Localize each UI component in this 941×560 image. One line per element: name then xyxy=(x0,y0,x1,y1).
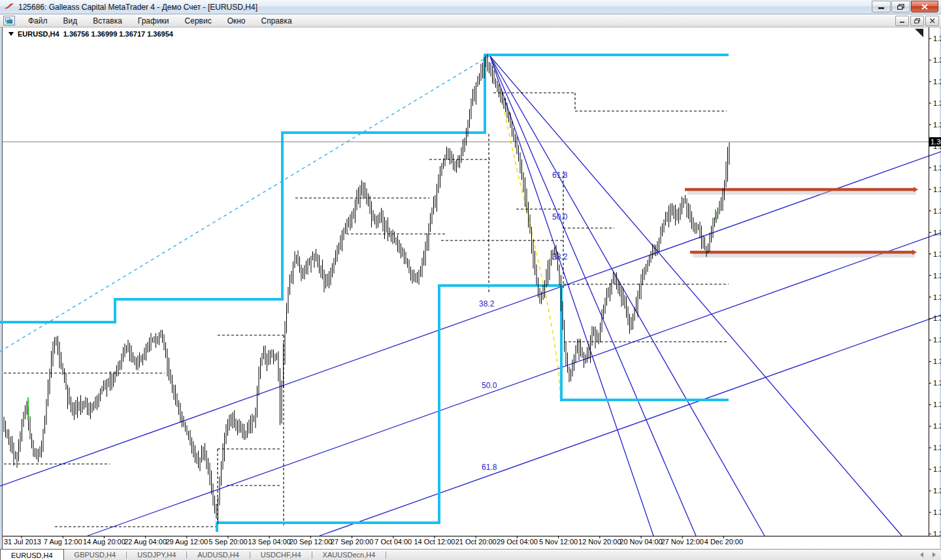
red-line-shadow xyxy=(687,191,916,195)
time-tick-label: 5 Sep 20:00 xyxy=(208,538,247,546)
blue-trendline-6[interactable] xyxy=(490,56,902,536)
price-tick-label: 1.33230 xyxy=(933,379,941,387)
blue-trendline-0[interactable] xyxy=(0,152,941,486)
fib-label: 61.8 xyxy=(482,463,497,472)
cyan-step-line-1[interactable] xyxy=(217,286,729,532)
price-tick-label: 1.30890 xyxy=(933,530,941,538)
chart-quote-header[interactable]: EURUSD,H4 1.36756 1.36999 1.36717 1.3695… xyxy=(8,30,173,38)
fib-fan-label: 61.8 xyxy=(552,171,568,180)
time-tick-label: 7 Oct 04:00 xyxy=(374,538,412,546)
price-tick-label: 1.33900 xyxy=(933,336,941,344)
price-tick-label: 1.37590 xyxy=(933,99,941,107)
price-tick-label: 1.36250 xyxy=(933,186,941,193)
price-tick-label: 1.32560 xyxy=(933,422,941,430)
time-tick-label: 29 Oct 04:00 xyxy=(497,538,538,546)
quote-symbol: EURUSD,H4 xyxy=(18,30,59,38)
cyan-dashed-trendline[interactable] xyxy=(0,56,489,352)
blue-trendline-5[interactable] xyxy=(490,56,765,536)
metatrader-window: 125686: Galleass Capital MetaTrader 4 - … xyxy=(0,0,941,560)
tab-scroll-left-icon[interactable] xyxy=(920,552,923,557)
price-tick-label: 1.37920 xyxy=(933,78,941,86)
time-tick-label: 27 Sep 20:00 xyxy=(331,538,373,546)
blue-trendline-3[interactable] xyxy=(490,56,653,536)
price-tick-label: 1.31890 xyxy=(933,465,941,473)
time-tick-label: 13 Sep 04:00 xyxy=(248,538,290,546)
time-tick-label: 7 Aug 12:00 xyxy=(44,538,82,546)
time-tick-label: 4 Dec 20:00 xyxy=(704,538,743,546)
price-tick-label: 1.34240 xyxy=(933,314,941,322)
chart-shift-marker[interactable] xyxy=(915,29,923,37)
time-tick-label: 12 Nov 20:00 xyxy=(578,538,621,546)
tab-xauusdecn-h4[interactable]: XAUUSDecn,H4 xyxy=(312,550,386,560)
time-tick-label: 20 Nov 04:00 xyxy=(619,538,662,546)
symbol-dropdown-icon[interactable] xyxy=(8,32,14,36)
current-price-value: 1.36954 xyxy=(931,138,941,146)
quote-open: 1.36756 xyxy=(63,30,90,38)
tab-separator xyxy=(386,552,386,559)
price-tick-label: 1.38260 xyxy=(933,56,941,64)
fib-label: 38.2 xyxy=(479,299,495,308)
price-tick-label: 1.35580 xyxy=(933,229,941,237)
quote-low: 1.36717 xyxy=(119,30,145,38)
price-tick-label: 1.31560 xyxy=(933,487,941,495)
yellow-dashed-trendline[interactable] xyxy=(495,63,561,402)
price-tick-label: 1.31220 xyxy=(933,508,941,516)
tab-scroll-right-icon[interactable] xyxy=(933,552,936,557)
price-tick-label: 1.33570 xyxy=(933,357,941,365)
tab-eurusd-h4[interactable]: EURUSD,H4 xyxy=(0,549,64,560)
blue-trendline-1[interactable] xyxy=(88,233,941,536)
time-tick-label: 14 Oct 12:00 xyxy=(414,538,455,546)
price-tick-label: 1.37250 xyxy=(933,121,941,129)
price-axis[interactable]: 1.385901.382601.379201.375901.372501.369… xyxy=(929,35,941,538)
chart-tab-bar: EURUSD,H4 GBPUSD,H4 USDJPY,H4 AUDUSD,H4 … xyxy=(0,549,941,560)
time-tick-label: 29 Aug 12:00 xyxy=(165,538,208,546)
tab-usdchf-h4[interactable]: USDCHF,H4 xyxy=(250,550,312,560)
price-tick-label: 1.32230 xyxy=(933,444,941,452)
price-bars xyxy=(4,55,729,525)
quote-high: 1.36999 xyxy=(91,30,118,38)
red-line-shadow xyxy=(693,254,915,257)
fib-fan-label: 50.0 xyxy=(552,212,568,222)
price-tick-label: 1.36580 xyxy=(933,164,941,172)
price-tick-label: 1.35910 xyxy=(933,207,941,215)
time-axis[interactable]: 31 Jul 20137 Aug 12:0014 Aug 20:0022 Aug… xyxy=(4,536,743,546)
fib-label: 50.0 xyxy=(482,381,497,390)
price-tick-label: 1.32900 xyxy=(933,401,941,408)
time-tick-label: 14 Aug 20:00 xyxy=(83,538,125,546)
tab-gbpusd-h4[interactable]: GBPUSD,H4 xyxy=(64,550,127,560)
price-tick-label: 1.34570 xyxy=(933,293,941,301)
price-tick-label: 1.35240 xyxy=(933,250,941,258)
time-tick-label: 31 Jul 2013 xyxy=(4,538,41,546)
tab-usdjpy-h4[interactable]: USDJPY,H4 xyxy=(127,550,186,560)
time-tick-label: 27 Nov 12:00 xyxy=(661,538,703,546)
time-tick-label: 22 Aug 04:00 xyxy=(124,538,167,546)
chart-plot[interactable]: 38.250.061.861.850.038.21.385901.382601.… xyxy=(0,0,941,560)
price-tick-label: 1.38590 xyxy=(933,35,941,42)
tab-audusd-h4[interactable]: AUDUSD,H4 xyxy=(187,550,250,560)
time-tick-label: 5 Nov 12:00 xyxy=(539,538,578,546)
quote-close: 1.36954 xyxy=(147,30,173,38)
blue-trendline-2[interactable] xyxy=(320,315,941,536)
time-tick-label: 20 Sep 12:00 xyxy=(289,538,332,546)
time-tick-label: 21 Oct 20:00 xyxy=(455,538,497,546)
price-tick-label: 1.34910 xyxy=(933,272,941,280)
